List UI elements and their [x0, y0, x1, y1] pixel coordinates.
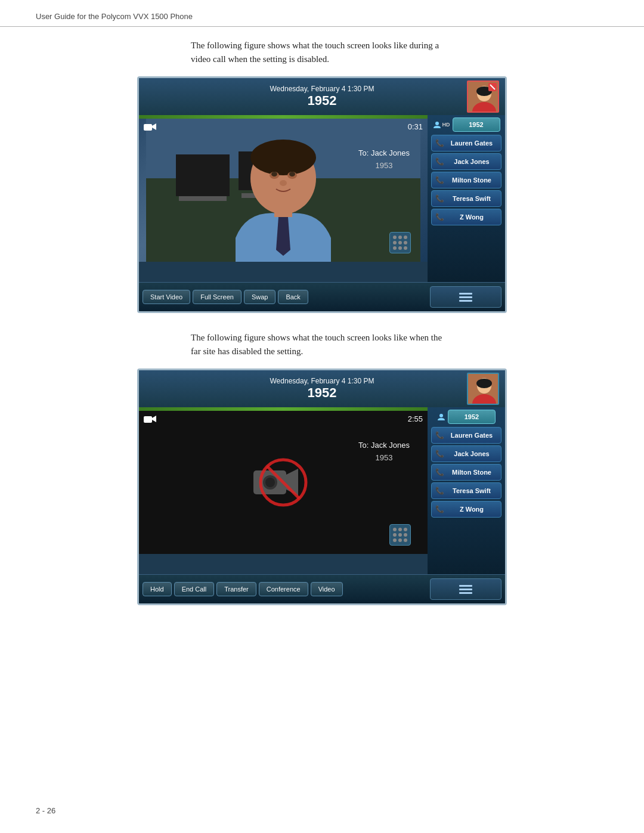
sidebar-btn-1952-2[interactable]: 1952: [448, 410, 496, 424]
keypad-dot: [393, 538, 397, 542]
sidebar-btn-teresa-1[interactable]: 📞 Teresa Swift: [431, 190, 501, 207]
datetime-2: Wednesday, February 4 1:30 PM: [234, 377, 411, 385]
video-timer-2: 2:55: [408, 414, 423, 423]
svg-marker-27: [152, 416, 156, 422]
end-call-btn[interactable]: End Call: [174, 582, 215, 596]
phone-icon: 📞: [435, 505, 444, 514]
full-screen-btn[interactable]: Full Screen: [193, 290, 242, 304]
menu-line: [459, 592, 472, 594]
svg-rect-11: [179, 196, 227, 201]
main-content: The following figure shows what the touc…: [0, 27, 644, 634]
extension-1: 1952: [234, 93, 411, 109]
phone-icon: 📞: [435, 213, 444, 222]
keypad-dot: [393, 246, 397, 250]
keypad-dot: [393, 241, 397, 244]
svg-line-4: [490, 85, 495, 89]
keypad-dot: [398, 236, 402, 239]
video-timer-1: 0:31: [408, 122, 423, 131]
bottom-btn-group-1: Start Video Full Screen Swap Back: [143, 290, 430, 304]
menu-line: [459, 293, 472, 295]
call-info-2: To: Jack Jones 1953: [358, 441, 410, 462]
keypad-icon-1[interactable]: [389, 232, 411, 253]
sidebar-btn-lauren-1[interactable]: 📞 Lauren Gates: [431, 135, 501, 151]
menu-line: [459, 296, 472, 298]
svg-rect-5: [144, 124, 152, 131]
phone-icon: 📞: [435, 468, 444, 477]
keypad-dot: [404, 241, 407, 244]
phone-icon: 📞: [435, 139, 444, 148]
phone-body-2: 2:55: [139, 407, 505, 574]
phone-sidebar-2: 1952 📞 Lauren Gates 📞 Jack Jones 📞 Milto…: [428, 407, 505, 574]
conference-btn[interactable]: Conference: [259, 582, 308, 596]
person-video-1: [139, 119, 428, 262]
call-num-2: 1953: [358, 453, 410, 462]
call-info-1: To: Jack Jones 1953: [358, 148, 410, 170]
svg-rect-9: [176, 154, 230, 196]
desc2-line2: far site has disabled the setting.: [191, 346, 303, 356]
video-area-2: 2:55: [139, 407, 428, 574]
menu-btn-2[interactable]: [430, 578, 501, 600]
phone-icon: 📞: [435, 431, 444, 440]
phone-sidebar-1: HD 1952 📞 Lauren Gates 📞 Jack Jones: [428, 115, 505, 282]
person-icon: [433, 120, 441, 129]
video-content-2: 2:55: [139, 411, 428, 554]
start-video-btn[interactable]: Start Video: [143, 290, 190, 304]
keypad-dot: [404, 528, 407, 531]
keypad-dot: [393, 528, 397, 531]
menu-line: [459, 300, 472, 302]
sidebar-btn-milton-2[interactable]: 📞 Milton Stone: [431, 464, 501, 481]
sidebar-btn-jack-1[interactable]: 📞 Jack Jones: [431, 153, 501, 170]
back-btn[interactable]: Back: [278, 290, 308, 304]
person-icon-2: [437, 413, 445, 421]
menu-lines-1: [459, 293, 472, 302]
svg-point-14: [250, 140, 316, 175]
svg-point-34: [439, 414, 443, 417]
person-icon-wrap-2: [437, 413, 445, 421]
svg-rect-26: [144, 416, 152, 423]
sidebar-btn-zwong-1[interactable]: 📞 Z Wong: [431, 209, 501, 225]
phone-icon: 📞: [435, 450, 444, 459]
phone-icon: 📞: [435, 157, 444, 166]
extension-2: 1952: [234, 385, 411, 401]
keypad-dot: [398, 533, 402, 537]
video-area-1: 0:31: [139, 115, 428, 282]
video-content-1: 0:31: [139, 119, 428, 262]
keypad-dot: [404, 538, 407, 542]
svg-point-17: [271, 172, 277, 176]
keypad-dot: [393, 236, 397, 239]
menu-line: [459, 589, 472, 590]
phone-icon: 📞: [435, 194, 444, 203]
transfer-btn[interactable]: Transfer: [216, 582, 256, 596]
video-btn[interactable]: Video: [311, 582, 343, 596]
no-video-icon: [247, 456, 319, 509]
camera-off-icon: [490, 84, 496, 90]
phone-bottom-bar-1: Start Video Full Screen Swap Back: [139, 282, 505, 311]
video-disabled-overlay: [139, 411, 428, 554]
menu-btn-1[interactable]: [430, 286, 501, 308]
hold-btn[interactable]: Hold: [143, 582, 172, 596]
phone-icon: 📞: [435, 176, 444, 185]
keypad-dot: [398, 241, 402, 244]
keypad-dot: [398, 538, 402, 542]
svg-point-25: [476, 379, 492, 388]
datetime-1: Wednesday, February 4 1:30 PM: [234, 85, 411, 93]
sidebar-btn-1952-1[interactable]: 1952: [453, 117, 500, 132]
description1: The following figure shows what the touc…: [36, 39, 608, 66]
sidebar-btn-teresa-2[interactable]: 📞 Teresa Swift: [431, 482, 501, 499]
hd-label: HD: [442, 122, 450, 128]
menu-line: [459, 585, 472, 587]
sidebar-btn-zwong-2[interactable]: 📞 Z Wong: [431, 501, 501, 518]
call-num-1: 1953: [358, 161, 410, 170]
sidebar-btn-milton-1[interactable]: 📞 Milton Stone: [431, 172, 501, 188]
svg-point-21: [435, 122, 439, 125]
svg-rect-20: [274, 202, 292, 217]
keypad-icon-2[interactable]: [389, 524, 411, 546]
sidebar-btn-jack-2[interactable]: 📞 Jack Jones: [431, 445, 501, 462]
svg-point-19: [280, 180, 287, 186]
phone-top-bar-1: Wednesday, February 4 1:30 PM 1952: [139, 78, 505, 115]
header-title: User Guide for the Polycom VVX 1500 Phon…: [36, 12, 193, 21]
sidebar-btn-lauren-2[interactable]: 📞 Lauren Gates: [431, 427, 501, 444]
call-to-1: To: Jack Jones: [358, 148, 410, 157]
menu-lines-2: [459, 585, 472, 594]
swap-btn[interactable]: Swap: [244, 290, 276, 304]
